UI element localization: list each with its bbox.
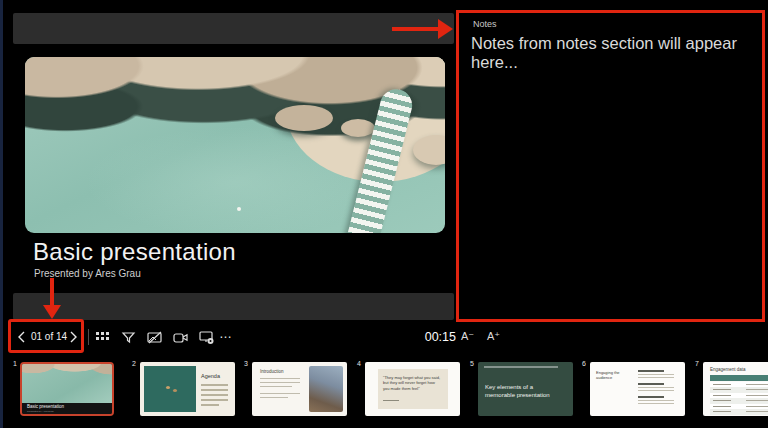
slide-thumbnail-7[interactable]: Engagement data: [703, 362, 768, 416]
text-line: [260, 393, 300, 394]
toolbar-divider: [88, 329, 89, 345]
annotation-arrow-notes: [392, 27, 439, 31]
text-line: [638, 383, 664, 385]
text-line: [638, 370, 664, 372]
thumbnail-title: Agenda: [201, 373, 220, 379]
window-edge: [0, 0, 3, 428]
thumbnail-number: 4: [353, 360, 361, 367]
slide-thumbnail-1-selected[interactable]: Basic presentation Presented by Ares Gra…: [20, 362, 114, 416]
annotation-arrow-counter-head: [43, 305, 61, 319]
annotation-arrow-counter: [50, 278, 54, 306]
slide-title: Basic presentation: [33, 238, 236, 266]
previous-slide-button[interactable]: [15, 329, 29, 345]
thumbnail-title: Key elements of a memorable presentation: [485, 384, 557, 399]
text-line: [638, 400, 674, 401]
slide-preview-image: [25, 57, 445, 233]
rock: [275, 105, 333, 131]
text-line: [484, 366, 558, 368]
stage-bottom-bar: [13, 293, 454, 320]
thumbnail-photo: [309, 366, 343, 412]
next-slide-button[interactable]: [66, 329, 80, 345]
stage-top-bar: [13, 13, 454, 44]
grid-view-icon: [94, 329, 111, 346]
chevron-left-icon: [15, 329, 29, 345]
text-line: [260, 378, 300, 379]
text-line: [201, 399, 228, 401]
thumbnail-number: 7: [691, 360, 699, 367]
swimmer: [237, 207, 241, 211]
text-line: [638, 403, 674, 404]
text-line: [638, 396, 664, 398]
thumbnail-title: Introduction: [260, 369, 284, 374]
presentation-timer: 00:15: [416, 330, 456, 344]
screen-share-icon: [198, 329, 215, 346]
thumbnail-image: [22, 364, 112, 403]
text-line: [260, 382, 300, 383]
rocks: [20, 362, 114, 378]
slide-thumbnail-2[interactable]: Agenda: [140, 362, 235, 416]
annotation-arrow-notes-head: [438, 19, 453, 39]
text-line: [638, 374, 674, 375]
blank-screen-button[interactable]: [146, 329, 163, 346]
text-line: [638, 377, 674, 378]
grid-view-button[interactable]: [94, 329, 111, 346]
thumbnail-title: Basic presentation: [27, 404, 64, 409]
thumbnail-photo: [144, 366, 196, 412]
notes-panel: Notes Notes from notes section will appe…: [456, 10, 765, 322]
increase-notes-font-button[interactable]: A⁺: [487, 330, 500, 343]
slide-thumbnail-6[interactable]: Engaging the audience: [590, 362, 685, 416]
notes-panel-label: Notes: [473, 19, 497, 29]
thumbnail-subtitle: Presented by Ares Grau: [27, 410, 54, 413]
table-header: [710, 375, 768, 381]
camera-icon: [172, 329, 189, 346]
table-row: [710, 409, 768, 415]
text-line: [201, 384, 228, 386]
inking-tools-button[interactable]: [120, 329, 137, 346]
thumbnail-number: 6: [578, 360, 586, 367]
slide-thumbnail-5[interactable]: Key elements of a memorable presentation: [478, 362, 573, 416]
notes-placeholder-text: Notes from notes section will appear her…: [471, 34, 756, 72]
text-line: [638, 387, 674, 388]
camera-button[interactable]: [172, 329, 189, 346]
thumbnail-quote: "They may forget what you said, but they…: [383, 375, 441, 391]
thumbnail-number: 5: [466, 360, 474, 367]
text-line: [201, 404, 219, 406]
text-line: [201, 394, 228, 396]
text-line: [638, 390, 674, 391]
inking-tools-icon: [120, 329, 137, 346]
rock: [341, 119, 375, 137]
thumbnail-number: 2: [128, 360, 136, 367]
slide-counter: 01 of 14: [30, 331, 68, 342]
text-line: [260, 397, 288, 398]
thumbnail-title: Engaging the audience: [596, 370, 622, 380]
ellipsis-icon: …: [219, 326, 233, 341]
chevron-right-icon: [66, 329, 80, 345]
quote-box: "They may forget what you said, but they…: [378, 369, 448, 409]
thumbnail-number: 3: [240, 360, 248, 367]
decrease-notes-font-button[interactable]: A⁻: [461, 330, 474, 343]
slide-thumbnail-4[interactable]: "They may forget what you said, but they…: [365, 362, 460, 416]
text-line: [201, 389, 228, 391]
quote-attribution: [383, 400, 399, 401]
text-line: [260, 386, 292, 387]
thumbnail-title: Engagement data: [710, 367, 746, 372]
swimmer: [166, 386, 170, 389]
more-options-button[interactable]: …: [219, 326, 233, 341]
slide-thumbnail-3[interactable]: Introduction: [252, 362, 347, 416]
thumbnail-number: 1: [9, 360, 17, 367]
blank-screen-icon: [146, 329, 163, 346]
screen-share-button[interactable]: [198, 329, 215, 346]
swimmer: [173, 389, 177, 392]
